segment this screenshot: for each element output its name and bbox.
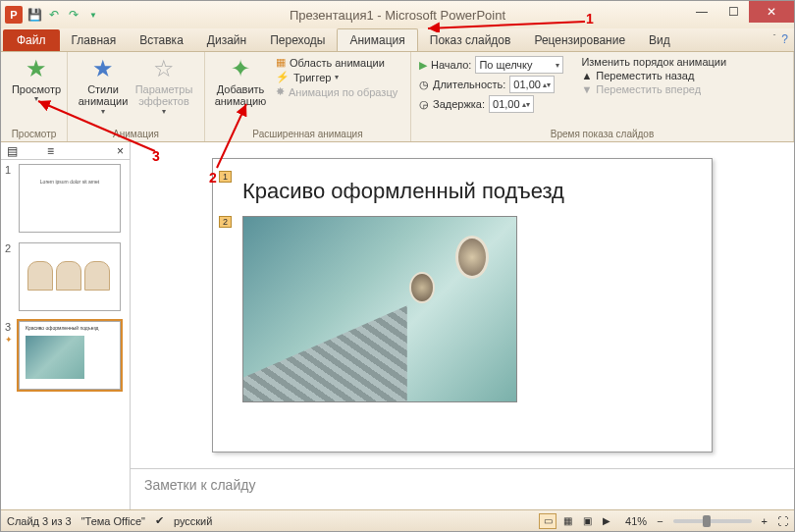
tab-animation[interactable]: Анимация — [337, 28, 417, 51]
animation-styles-button[interactable]: ★ Стили анимации ▾ — [76, 56, 131, 116]
start-combo[interactable]: По щелчку▾ — [475, 56, 563, 74]
close-panel-icon[interactable]: × — [117, 144, 124, 158]
language[interactable]: русский — [174, 515, 212, 527]
fit-to-window-button[interactable]: ⛶ — [777, 515, 788, 527]
zoom-slider[interactable] — [673, 519, 752, 523]
slide[interactable]: 1 Красиво оформленный подъезд 2 — [212, 158, 713, 452]
thumb-1[interactable]: 1 Lorem ipsum dolor sit amet — [5, 164, 126, 233]
group-timing: Время показа слайдов — [419, 127, 785, 139]
brush-icon: ✸ — [276, 85, 285, 98]
group-animation: Анимация — [76, 127, 196, 139]
minimize-button[interactable]: — — [686, 1, 717, 23]
thumbnails-panel[interactable]: 1 Lorem ipsum dolor sit amet 2 3 — [1, 160, 131, 403]
quick-access-toolbar: 💾 ↶ ↷ ▼ — [26, 7, 101, 23]
thumbs-header: ▤ ≡ × — [1, 142, 130, 160]
tab-design[interactable]: Дизайн — [195, 29, 258, 51]
anim-tag-2[interactable]: 2 — [219, 216, 232, 228]
tab-slideshow[interactable]: Показ слайдов — [418, 29, 523, 51]
slide-counter: Слайд 3 из 3 — [7, 515, 72, 527]
preview-button[interactable]: ★ Просмотр ▾ — [9, 56, 64, 104]
reading-view-button[interactable]: ▣ — [578, 513, 596, 529]
star-icon: ★ — [92, 56, 114, 81]
close-button[interactable]: ✕ — [749, 1, 794, 23]
play-star-icon: ★ — [26, 56, 47, 81]
slides-tab-icon[interactable]: ▤ — [7, 144, 18, 158]
animation-pane-button[interactable]: ▦ Область анимации — [276, 56, 398, 69]
star-outline-icon: ☆ — [153, 56, 175, 81]
slide-image[interactable] — [242, 216, 517, 402]
start-label: Начало: — [431, 59, 471, 71]
trigger-button[interactable]: ⚡ Триггер ▾ — [276, 71, 398, 83]
move-later-button: ▼ Переместить вперед — [581, 83, 726, 95]
move-earlier-button[interactable]: ▲ Переместить назад — [581, 70, 726, 81]
tab-transitions[interactable]: Переходы — [258, 29, 337, 51]
group-advanced-animation: Расширенная анимация — [213, 127, 402, 139]
window-title: Презентация1 - Microsoft PowerPoint — [290, 8, 505, 23]
reorder-label: Изменить порядок анимации — [581, 56, 726, 68]
lightning-icon: ⚡ — [276, 71, 290, 83]
slide-canvas[interactable]: 1 Красиво оформленный подъезд 2 — [131, 142, 794, 468]
save-icon[interactable]: 💾 — [26, 7, 42, 23]
group-preview: Просмотр — [9, 127, 59, 139]
maximize-button[interactable]: ☐ — [717, 1, 749, 23]
duration-input[interactable]: 01,00▴▾ — [509, 76, 555, 93]
notes-pane[interactable]: Заметки к слайду — [131, 468, 794, 509]
outline-tab-icon[interactable]: ≡ — [47, 144, 54, 158]
normal-view-button[interactable]: ▭ — [539, 513, 556, 529]
down-icon: ▼ — [581, 83, 592, 95]
pane-icon: ▦ — [276, 56, 286, 69]
zoom-value[interactable]: 41% — [625, 515, 647, 527]
qat-dropdown-icon[interactable]: ▼ — [85, 7, 101, 23]
theme-name: "Тема Office" — [81, 515, 145, 527]
ribbon: ★ Просмотр ▾ Просмотр ★ Стили анимации ▾… — [1, 52, 794, 142]
tab-view[interactable]: Вид — [637, 29, 682, 51]
sorter-view-button[interactable]: ▦ — [558, 513, 576, 529]
minimize-ribbon-icon[interactable]: ˇ — [773, 32, 776, 46]
zoom-in-button[interactable]: + — [762, 515, 768, 527]
delay-input[interactable]: 01,00▴▾ — [489, 95, 534, 113]
animation-indicator-icon: ✦ — [5, 335, 13, 345]
animation-painter-button: ✸ Анимация по образцу — [276, 85, 398, 98]
slideshow-view-button[interactable]: ▶ — [598, 513, 615, 529]
play-icon: ▶ — [419, 59, 427, 72]
delay-label: Задержка: — [433, 98, 485, 110]
add-star-icon: ✦ — [231, 56, 250, 81]
anim-tag-1[interactable]: 1 — [219, 171, 232, 183]
duration-label: Длительность: — [433, 79, 505, 90]
thumb-2[interactable]: 2 — [5, 242, 126, 311]
editor: 1 Красиво оформленный подъезд 2 Заметки … — [131, 142, 794, 509]
thumb-3[interactable]: 3 ✦ Красиво оформленный подъезд — [5, 321, 126, 390]
status-bar: Слайд 3 из 3 "Тема Office" ✔ русский ▭ ▦… — [1, 509, 794, 531]
zoom-out-button[interactable]: − — [657, 515, 662, 527]
clock-icon: ◷ — [419, 79, 429, 91]
up-icon: ▲ — [581, 70, 592, 81]
titlebar: P 💾 ↶ ↷ ▼ Презентация1 - Microsoft Power… — [1, 1, 794, 28]
ribbon-tabs: Файл Главная Вставка Дизайн Переходы Ани… — [1, 28, 794, 52]
tab-file[interactable]: Файл — [3, 29, 60, 51]
tab-review[interactable]: Рецензирование — [522, 29, 637, 51]
add-animation-button[interactable]: ✦ Добавить анимацию ▾ — [213, 56, 268, 116]
effect-options-button: ☆ Параметры эффектов ▾ — [136, 56, 191, 116]
slide-title[interactable]: Красиво оформленный подъезд — [242, 179, 682, 204]
tab-insert[interactable]: Вставка — [128, 29, 195, 51]
redo-icon[interactable]: ↷ — [66, 7, 81, 23]
app-icon: P — [5, 6, 23, 24]
spellcheck-icon[interactable]: ✔ — [155, 514, 164, 527]
help-icon[interactable]: ? — [781, 32, 788, 46]
workarea: ▤ ≡ × 1 Lorem ipsum dolor sit amet 2 — [1, 142, 794, 509]
delay-icon: ◶ — [419, 98, 429, 111]
tab-home[interactable]: Главная — [60, 29, 129, 51]
undo-icon[interactable]: ↶ — [46, 7, 62, 23]
